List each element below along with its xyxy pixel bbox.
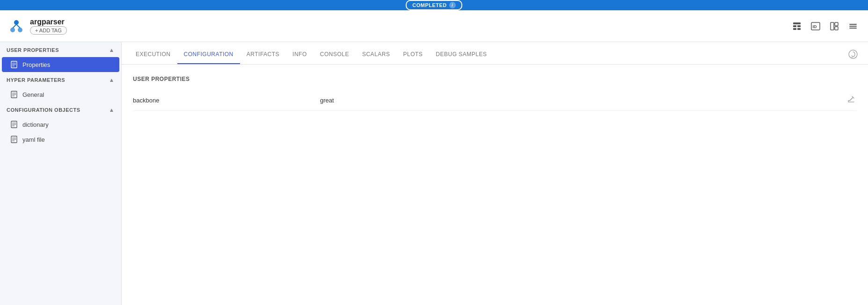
top-status-bar: COMPLETED i <box>0 0 868 10</box>
property-actions <box>846 94 857 106</box>
tab-artifacts[interactable]: ARTIFACTS <box>240 45 286 64</box>
tab-scalars[interactable]: SCALARS <box>356 45 397 64</box>
add-tag-button[interactable]: + ADD TAG <box>30 26 67 35</box>
svg-rect-5 <box>793 22 801 24</box>
sidebar-section-configuration-objects[interactable]: CONFIGURATION OBJECTS ▲ <box>0 102 121 117</box>
svg-text:ID: ID <box>813 24 817 29</box>
header-title-group: argparser + ADD TAG <box>30 18 67 35</box>
sidebar-item-dictionary[interactable]: dictionary <box>2 117 119 132</box>
svg-rect-6 <box>793 25 796 27</box>
property-name: backbone <box>133 97 320 104</box>
tabs-bar: EXECUTION CONFIGURATION ARTIFACTS INFO C… <box>122 42 868 65</box>
svg-point-0 <box>10 28 15 32</box>
edit-icon[interactable] <box>846 94 857 106</box>
svg-rect-9 <box>797 28 801 30</box>
svg-line-3 <box>13 24 16 28</box>
sidebar-item-properties[interactable]: Properties <box>2 57 119 72</box>
tab-plots[interactable]: PLOTS <box>396 45 429 64</box>
layout-button[interactable] <box>827 19 842 34</box>
status-badge: COMPLETED i <box>406 0 462 10</box>
property-row: backbone great <box>133 90 857 111</box>
app-icon <box>7 17 25 35</box>
chevron-up-icon-hyper: ▲ <box>109 77 115 83</box>
app-title: argparser <box>30 18 67 26</box>
id-button[interactable]: ID <box>808 19 823 34</box>
section-title: USER PROPERTIES <box>133 76 857 82</box>
svg-point-1 <box>18 28 22 32</box>
document-icon-dictionary <box>10 121 18 128</box>
property-value: great <box>320 97 846 104</box>
info-icon[interactable]: i <box>449 2 456 8</box>
tab-execution[interactable]: EXECUTION <box>129 45 177 64</box>
header-right: ID <box>789 19 861 34</box>
table-view-button[interactable] <box>789 19 804 34</box>
status-label: COMPLETED <box>412 2 447 8</box>
document-icon <box>10 61 18 68</box>
chevron-up-icon-config: ▲ <box>109 107 115 113</box>
menu-button[interactable] <box>846 19 861 34</box>
sidebar: USER PROPERTIES ▲ Properties HYPER PARAM… <box>0 10 122 305</box>
svg-rect-14 <box>835 27 838 30</box>
svg-rect-13 <box>835 22 838 26</box>
sidebar-section-user-properties[interactable]: USER PROPERTIES ▲ <box>0 42 121 57</box>
svg-point-34 <box>849 50 857 58</box>
tab-info[interactable]: INFO <box>286 45 314 64</box>
tab-console[interactable]: CONSOLE <box>314 45 356 64</box>
main-content: USER PROPERTIES backbone great <box>122 65 868 305</box>
header-left: argparser + ADD TAG <box>7 17 789 35</box>
sidebar-item-general[interactable]: General <box>2 87 119 102</box>
svg-line-39 <box>850 97 853 101</box>
svg-rect-8 <box>793 28 796 30</box>
tab-configuration[interactable]: CONFIGURATION <box>177 45 240 64</box>
header: argparser + ADD TAG ID <box>0 10 868 42</box>
tab-refresh-button[interactable] <box>846 47 861 62</box>
svg-point-2 <box>14 20 19 25</box>
document-icon-yaml <box>10 136 18 143</box>
sidebar-item-yaml-file[interactable]: yaml file <box>2 132 119 147</box>
svg-line-4 <box>16 24 20 28</box>
sidebar-section-hyper-parameters[interactable]: HYPER PARAMETERS ▲ <box>0 72 121 87</box>
svg-rect-12 <box>831 22 834 30</box>
document-icon-general <box>10 91 18 98</box>
tab-debug-samples[interactable]: DEBUG SAMPLES <box>429 45 493 64</box>
svg-rect-7 <box>797 25 801 27</box>
chevron-up-icon: ▲ <box>109 47 115 53</box>
